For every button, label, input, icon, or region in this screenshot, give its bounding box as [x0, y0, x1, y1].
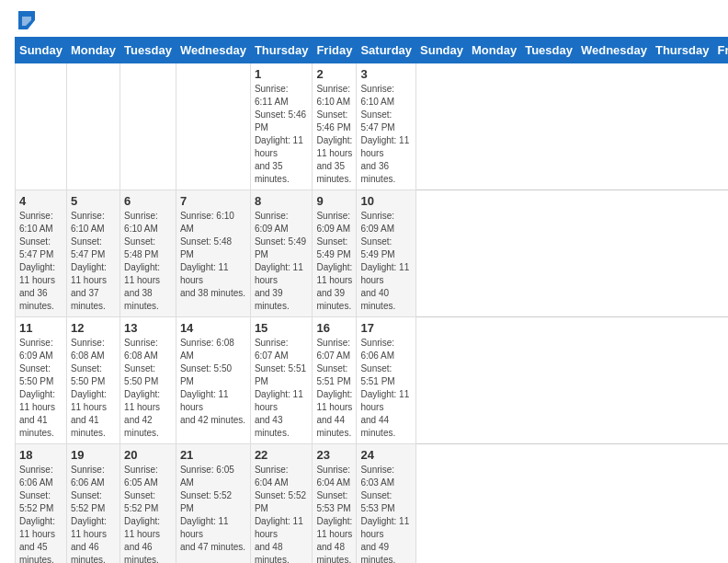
day-info: Sunrise: 6:07 AMSunset: 5:51 PMDaylight:… [255, 337, 309, 440]
calendar-cell: 17Sunrise: 6:06 AMSunset: 5:51 PMDayligh… [357, 317, 416, 444]
header-saturday: Saturday [357, 38, 416, 63]
calendar-cell: 10Sunrise: 6:09 AMSunset: 5:49 PMDayligh… [357, 190, 416, 317]
day-number: 21 [180, 448, 246, 462]
day-number: 19 [71, 448, 116, 462]
calendar-cell: 6Sunrise: 6:10 AMSunset: 5:48 PMDaylight… [120, 190, 176, 317]
calendar-header-row: SundayMondayTuesdayWednesdayThursdayFrid… [16, 38, 729, 63]
day-number: 9 [316, 194, 352, 208]
day-info: Sunrise: 6:06 AMSunset: 5:52 PMDaylight:… [71, 464, 116, 563]
day-info: Sunrise: 6:05 AMSunset: 5:52 PMDaylight:… [124, 464, 172, 563]
day-number: 2 [316, 67, 352, 81]
calendar-cell [16, 63, 67, 190]
day-info: Sunrise: 6:04 AMSunset: 5:53 PMDaylight:… [316, 464, 352, 563]
day-info: Sunrise: 6:09 AMSunset: 5:49 PMDaylight:… [316, 210, 352, 313]
day-number: 7 [180, 194, 246, 208]
calendar-week-2: 4Sunrise: 6:10 AMSunset: 5:47 PMDaylight… [16, 190, 729, 317]
calendar-cell: 4Sunrise: 6:10 AMSunset: 5:47 PMDaylight… [16, 190, 67, 317]
calendar-week-3: 11Sunrise: 6:09 AMSunset: 5:50 PMDayligh… [16, 317, 729, 444]
day-info: Sunrise: 6:04 AMSunset: 5:52 PMDaylight:… [255, 464, 309, 563]
day-number: 3 [360, 67, 412, 81]
calendar-cell: 9Sunrise: 6:09 AMSunset: 5:49 PMDaylight… [313, 190, 357, 317]
day-number: 20 [124, 448, 172, 462]
day-info: Sunrise: 6:03 AMSunset: 5:53 PMDaylight:… [360, 464, 412, 563]
calendar-cell: 22Sunrise: 6:04 AMSunset: 5:52 PMDayligh… [250, 444, 313, 564]
logo-icon [18, 11, 35, 29]
day-number: 11 [19, 321, 63, 335]
day-info: Sunrise: 6:10 AMSunset: 5:47 PMDaylight:… [360, 83, 412, 186]
day-number: 8 [255, 194, 309, 208]
header-day-tuesday: Tuesday [521, 38, 577, 63]
day-number: 1 [255, 67, 309, 81]
day-number: 18 [19, 448, 63, 462]
calendar-cell: 7Sunrise: 6:10 AMSunset: 5:48 PMDaylight… [176, 190, 250, 317]
day-number: 17 [360, 321, 412, 335]
day-info: Sunrise: 6:09 AMSunset: 5:49 PMDaylight:… [360, 210, 412, 313]
calendar-cell: 24Sunrise: 6:03 AMSunset: 5:53 PMDayligh… [357, 444, 416, 564]
calendar-cell: 16Sunrise: 6:07 AMSunset: 5:51 PMDayligh… [313, 317, 357, 444]
calendar-cell: 11Sunrise: 6:09 AMSunset: 5:50 PMDayligh… [16, 317, 67, 444]
header-friday: Friday [313, 38, 357, 63]
day-info: Sunrise: 6:05 AMSunset: 5:52 PMDaylight:… [180, 464, 246, 554]
header-day-thursday: Thursday [651, 38, 713, 63]
day-info: Sunrise: 6:07 AMSunset: 5:51 PMDaylight:… [316, 337, 352, 440]
calendar-week-4: 18Sunrise: 6:06 AMSunset: 5:52 PMDayligh… [16, 444, 729, 564]
day-info: Sunrise: 6:08 AMSunset: 5:50 PMDaylight:… [124, 337, 172, 440]
day-info: Sunrise: 6:06 AMSunset: 5:52 PMDaylight:… [19, 464, 63, 563]
header-day-monday: Monday [468, 38, 521, 63]
calendar-cell: 12Sunrise: 6:08 AMSunset: 5:50 PMDayligh… [66, 317, 119, 444]
header-wednesday: Wednesday [176, 38, 250, 63]
day-number: 12 [71, 321, 116, 335]
day-info: Sunrise: 6:10 AMSunset: 5:47 PMDaylight:… [71, 210, 116, 313]
day-number: 5 [71, 194, 116, 208]
day-info: Sunrise: 6:11 AMSunset: 5:46 PMDaylight:… [255, 83, 309, 186]
day-number: 10 [360, 194, 412, 208]
calendar-cell: 5Sunrise: 6:10 AMSunset: 5:47 PMDaylight… [66, 190, 119, 317]
calendar-cell: 2Sunrise: 6:10 AMSunset: 5:46 PMDaylight… [313, 63, 357, 190]
header-thursday: Thursday [250, 38, 313, 63]
calendar-cell: 15Sunrise: 6:07 AMSunset: 5:51 PMDayligh… [250, 317, 313, 444]
header-day-friday: Friday [713, 38, 728, 63]
calendar-cell: 21Sunrise: 6:05 AMSunset: 5:52 PMDayligh… [176, 444, 250, 564]
header-day-sunday: Sunday [416, 38, 468, 63]
header-monday: Monday [66, 38, 119, 63]
calendar-cell: 23Sunrise: 6:04 AMSunset: 5:53 PMDayligh… [313, 444, 357, 564]
calendar-cell [66, 63, 119, 190]
calendar-table: SundayMondayTuesdayWednesdayThursdayFrid… [15, 37, 728, 563]
day-number: 16 [316, 321, 352, 335]
header-day-wednesday: Wednesday [576, 38, 651, 63]
page-header [15, 15, 713, 29]
header-tuesday: Tuesday [120, 38, 176, 63]
day-info: Sunrise: 6:08 AMSunset: 5:50 PMDaylight:… [180, 337, 246, 427]
calendar-cell: 8Sunrise: 6:09 AMSunset: 5:49 PMDaylight… [250, 190, 313, 317]
calendar-cell: 19Sunrise: 6:06 AMSunset: 5:52 PMDayligh… [66, 444, 119, 564]
day-info: Sunrise: 6:10 AMSunset: 5:47 PMDaylight:… [19, 210, 63, 313]
day-number: 15 [255, 321, 309, 335]
day-info: Sunrise: 6:10 AMSunset: 5:46 PMDaylight:… [316, 83, 352, 186]
calendar-cell: 1Sunrise: 6:11 AMSunset: 5:46 PMDaylight… [250, 63, 313, 190]
day-number: 23 [316, 448, 352, 462]
day-number: 13 [124, 321, 172, 335]
day-number: 4 [19, 194, 63, 208]
calendar-cell: 18Sunrise: 6:06 AMSunset: 5:52 PMDayligh… [16, 444, 67, 564]
calendar-cell [120, 63, 176, 190]
day-info: Sunrise: 6:09 AMSunset: 5:50 PMDaylight:… [19, 337, 63, 440]
calendar-cell [176, 63, 250, 190]
day-number: 24 [360, 448, 412, 462]
day-info: Sunrise: 6:09 AMSunset: 5:49 PMDaylight:… [255, 210, 309, 313]
day-number: 6 [124, 194, 172, 208]
calendar-cell: 14Sunrise: 6:08 AMSunset: 5:50 PMDayligh… [176, 317, 250, 444]
calendar-cell: 3Sunrise: 6:10 AMSunset: 5:47 PMDaylight… [357, 63, 416, 190]
day-info: Sunrise: 6:06 AMSunset: 5:51 PMDaylight:… [360, 337, 412, 440]
calendar-cell: 13Sunrise: 6:08 AMSunset: 5:50 PMDayligh… [120, 317, 176, 444]
day-number: 22 [255, 448, 309, 462]
day-info: Sunrise: 6:10 AMSunset: 5:48 PMDaylight:… [180, 210, 246, 300]
day-number: 14 [180, 321, 246, 335]
calendar-cell: 20Sunrise: 6:05 AMSunset: 5:52 PMDayligh… [120, 444, 176, 564]
header-sunday: Sunday [16, 38, 67, 63]
logo [15, 15, 35, 29]
day-info: Sunrise: 6:08 AMSunset: 5:50 PMDaylight:… [71, 337, 116, 440]
calendar-week-1: 1Sunrise: 6:11 AMSunset: 5:46 PMDaylight… [16, 63, 729, 190]
day-info: Sunrise: 6:10 AMSunset: 5:48 PMDaylight:… [124, 210, 172, 313]
